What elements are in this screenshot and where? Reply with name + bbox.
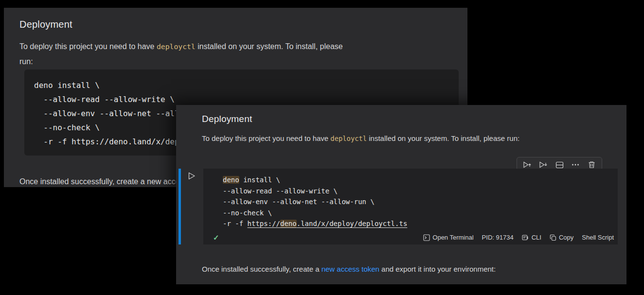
- code-line: --allow-env --allow-net --allow-run \: [223, 198, 375, 206]
- page-title: Deployment: [19, 19, 72, 30]
- cli-zap-icon: [522, 234, 529, 241]
- kernel-language-picker[interactable]: Shell Script: [582, 234, 614, 241]
- code-url-link[interactable]: https://deno.land/x/deploy/deployctl.ts: [248, 220, 408, 227]
- execution-success-icon: ✓: [213, 233, 219, 242]
- copy-icon: [550, 234, 556, 241]
- more-actions-icon[interactable]: [571, 160, 580, 169]
- terminal-icon: [423, 234, 430, 241]
- screenshot-root: Deployment To deploy this project you ne…: [0, 0, 644, 295]
- code-line: deno install \: [223, 176, 280, 184]
- code-line: -r -f https://deno.land/x/deploy/deployc…: [223, 220, 407, 227]
- code-line: --no-check \: [34, 123, 100, 132]
- open-terminal-button[interactable]: Open Terminal: [423, 234, 473, 241]
- cli-button[interactable]: CLI: [522, 234, 541, 241]
- page-title: Deployment: [202, 114, 252, 124]
- code-cell: deno install \--allow-read --allow-write…: [203, 169, 618, 244]
- split-cell-icon[interactable]: [555, 160, 564, 169]
- inline-code-deployctl: deployctl: [157, 42, 196, 51]
- intro-paragraph: To deploy this project you need to have …: [19, 39, 457, 69]
- intro-paragraph: To deploy this project you need to have …: [202, 134, 519, 142]
- cell-focus-indicator: [179, 169, 181, 244]
- intro-text: To deploy this project you need to have: [19, 42, 157, 51]
- word-highlight: deno: [223, 176, 239, 184]
- cell-editor[interactable]: deno install \--allow-read --allow-write…: [203, 169, 618, 229]
- execute-below-icon[interactable]: [539, 160, 548, 169]
- intro-text: installed on your system. To install, pl…: [367, 134, 519, 142]
- word-highlight: deno: [280, 220, 297, 227]
- new-access-token-link[interactable]: new access token: [322, 265, 379, 273]
- run-cell-button[interactable]: [187, 171, 197, 181]
- intro-text: run:: [19, 57, 33, 66]
- code-line: --no-check \: [223, 209, 272, 217]
- copy-button[interactable]: Copy: [550, 234, 573, 241]
- code-line: --allow-read --allow-write \: [223, 187, 338, 195]
- pid-label: PID: 91734: [482, 234, 514, 241]
- intro-text: To deploy this project you need to have: [202, 134, 330, 142]
- front-notebook-panel: Deployment To deploy this project you ne…: [176, 105, 626, 284]
- delete-cell-icon[interactable]: [587, 160, 596, 169]
- code-line: --allow-read --allow-write \: [34, 95, 175, 104]
- outro-paragraph: Once installed successfully, create a ne…: [202, 265, 496, 273]
- cell-status-bar: ✓ Open Terminal PID: 91734: [203, 231, 618, 244]
- code-line: deno install \: [34, 81, 100, 90]
- inline-code-deployctl: deployctl: [330, 135, 367, 142]
- execute-above-icon[interactable]: [523, 160, 532, 169]
- intro-text: installed on your system. To install, pl…: [196, 42, 343, 51]
